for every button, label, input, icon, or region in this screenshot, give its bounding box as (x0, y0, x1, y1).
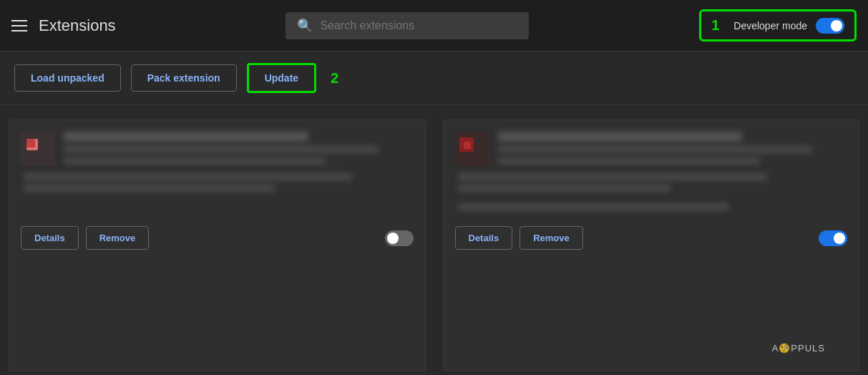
ext-icon-2 (455, 132, 489, 166)
page-title: Extensions (39, 16, 116, 35)
watermark-text: A🧐PPULS (772, 343, 825, 354)
details-label-2: Details (469, 233, 499, 243)
ext-desc-1a (64, 146, 379, 153)
search-bar-wrapper: 🔍 (116, 12, 700, 39)
details-label-1: Details (34, 233, 65, 243)
ext-toggle-1[interactable] (385, 230, 414, 246)
ext-desc-1b (64, 157, 326, 165)
details-button-1[interactable]: Details (21, 226, 79, 250)
remove-button-1[interactable]: Remove (86, 226, 150, 250)
ext-body-bar-1b (24, 185, 275, 192)
toggle-thumb (831, 20, 842, 31)
app-header: Extensions 🔍 1 Developer mode (0, 0, 868, 52)
hamburger-line-2 (11, 25, 27, 26)
ext-body-bar-2c (458, 203, 728, 210)
hamburger-line-1 (11, 20, 27, 21)
ext-name-2 (498, 132, 743, 142)
load-unpacked-button[interactable]: Load unpacked (14, 64, 121, 92)
search-icon: 🔍 (297, 18, 313, 34)
ext-body-bar-1a (24, 173, 352, 180)
toolbar: Load unpacked Pack extension Update 2 (0, 52, 868, 105)
pack-extension-button[interactable]: Pack extension (131, 64, 237, 92)
step-number-1: 1 (711, 17, 719, 34)
search-input[interactable] (320, 19, 517, 32)
ext-body-bar-2b (458, 185, 670, 192)
ext-desc-2a (498, 146, 813, 153)
ext-body-1 (21, 173, 414, 216)
ext-toggle-thumb-2 (834, 233, 845, 244)
hamburger-line-3 (11, 30, 27, 31)
ext-info-1 (64, 132, 414, 165)
remove-button-2[interactable]: Remove (520, 226, 583, 250)
update-button[interactable]: Update (247, 63, 316, 93)
header-left: Extensions (11, 16, 116, 35)
extension-card-2: Details Remove (443, 120, 860, 371)
watermark: A🧐PPULS (772, 343, 825, 354)
developer-mode-section: 1 Developer mode (699, 9, 857, 42)
developer-mode-toggle[interactable] (816, 18, 844, 34)
ext-info-2 (498, 132, 848, 165)
ext-top-2 (455, 132, 848, 166)
remove-label-2: Remove (533, 233, 570, 243)
ext-toggle-2[interactable] (819, 230, 847, 246)
extension-card-1: Details Remove (9, 120, 426, 371)
ext-footer-1: Details Remove (21, 226, 414, 250)
details-button-2[interactable]: Details (455, 226, 513, 250)
ext-name-1 (64, 132, 308, 142)
developer-mode-label: Developer mode (733, 20, 807, 31)
ext-icon-1 (21, 132, 55, 166)
search-container: 🔍 (286, 12, 529, 39)
ext-footer-2: Details Remove (455, 226, 848, 250)
update-button-label: Update (265, 72, 298, 84)
ext-body-2 (455, 173, 848, 216)
extensions-grid: Details Remove (0, 105, 868, 375)
hamburger-menu[interactable] (11, 20, 27, 31)
ext-top-1 (21, 132, 414, 166)
ext-toggle-thumb-1 (387, 233, 399, 244)
ext-body-bar-2a (458, 173, 767, 180)
ext-desc-2b (498, 157, 760, 165)
step-number-2: 2 (331, 70, 338, 87)
remove-label-1: Remove (99, 233, 136, 243)
